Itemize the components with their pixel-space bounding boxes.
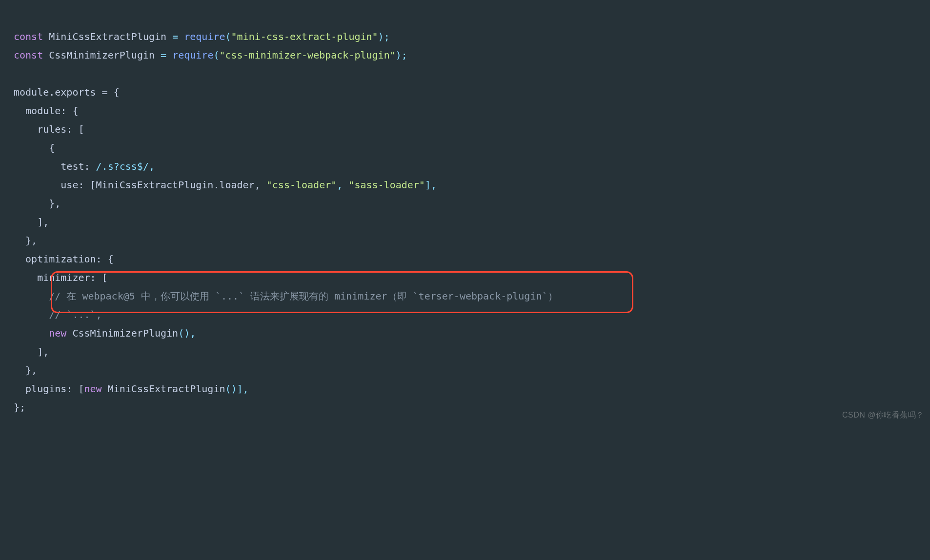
var-cssmin: CssMinimizerPlugin [49,49,155,61]
keyword-new: new [84,383,102,395]
line-rules-open: rules: [ [14,123,84,135]
code-block: const MiniCssExtractPlugin = require("mi… [0,0,930,425]
line-use-lead: use: [MiniCssExtractPlugin.loader, [14,179,266,191]
keyword-new: new [49,327,66,339]
semicolon: ; [402,49,407,61]
comma: , [337,179,348,191]
line-module-exports: module.exports = { [14,86,120,98]
string-literal: "mini-css-extract-plugin" [231,31,378,42]
line-new-cssmin-lead [14,327,49,339]
keyword-const: const [14,49,43,61]
class-cssminimizer: CssMinimizerPlugin [72,327,178,339]
bracket-close: ], [425,179,437,191]
keyword-const: const [14,31,43,42]
paren-open: ( [225,31,231,42]
comment-line-2: // `...`, [14,309,102,320]
op: = [155,49,172,61]
line-rules-close: ], [14,216,49,228]
line-minimizer-open: minimizer: [ [14,272,108,283]
fn-require: require [172,49,213,61]
string-literal: "css-minimizer-webpack-plugin" [219,49,395,61]
string-css-loader: "css-loader" [266,179,337,191]
fn-require: require [184,31,225,42]
line-plugins-lead: plugins: [ [14,383,84,395]
comment-line-1: // 在 webpack@5 中，你可以使用 `...` 语法来扩展现有的 mi… [14,290,558,302]
line-rule-close: }, [14,198,61,209]
paren-open: ( [213,49,219,61]
class-minicss: MiniCssExtractPlugin [108,383,225,395]
var-minicss: MiniCssExtractPlugin [49,31,166,42]
line-optimization-close: }, [14,364,37,376]
watermark-text: CSDN @你吃香蕉吗？ [842,408,924,422]
regex-literal: /.s?css$/ [96,160,149,172]
op: = [166,31,184,42]
line-optimization-open: optimization: { [14,253,114,265]
paren-close: ) [378,31,384,42]
line-minimizer-close: ], [14,346,49,358]
space [66,327,72,339]
space [102,383,108,395]
semicolon: ; [384,31,390,42]
line-test-lead: test: [14,160,96,172]
call-tail: ()], [225,383,249,395]
paren-close: ) [396,49,402,61]
line-rule-open: { [14,142,55,154]
line-module-open: module: { [14,105,78,117]
line-close: }; [14,401,25,413]
string-sass-loader: "sass-loader" [348,179,425,191]
comma: , [149,160,155,172]
line-module-close: }, [14,235,37,246]
call-tail: (), [178,327,196,339]
